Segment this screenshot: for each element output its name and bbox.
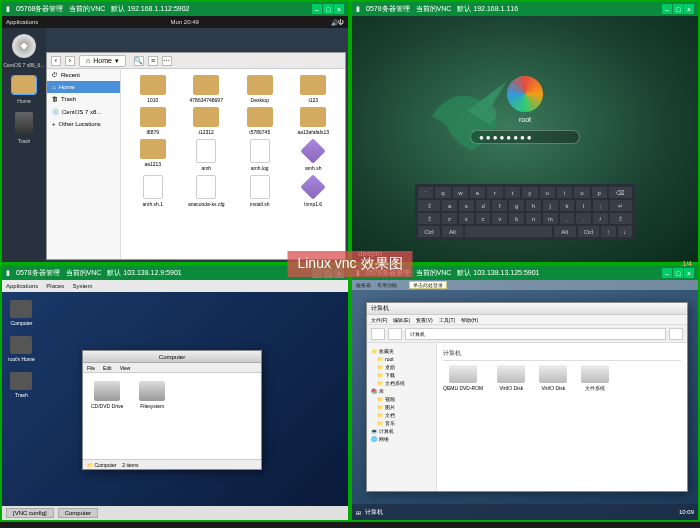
help-menu[interactable]: 帮助(H) [461, 317, 478, 323]
key-⇧[interactable]: ⇧ [418, 213, 440, 224]
gnome2-desktop[interactable]: Applications Places System Computer root… [2, 280, 348, 520]
key-q[interactable]: q [435, 187, 450, 198]
file-item[interactable]: amh [181, 139, 233, 171]
nav-docs-sys[interactable]: 📁文档系统 [369, 379, 434, 387]
file-item[interactable]: t5786745 [234, 107, 286, 135]
nav-desktop[interactable]: 📁桌面 [369, 363, 434, 371]
minimize-button[interactable]: – [662, 4, 672, 14]
key-↵[interactable]: ↵ [610, 200, 632, 211]
power-icon[interactable]: ⏻ [338, 19, 344, 25]
key-space[interactable] [465, 226, 552, 237]
view-menu[interactable]: 查看(V) [416, 317, 433, 323]
login-notice[interactable]: 单击此处登录 [409, 281, 447, 289]
sidebar-recent[interactable]: ⏱ Recent [47, 69, 120, 81]
key-f[interactable]: f [492, 200, 507, 211]
refresh-button[interactable] [669, 328, 683, 340]
key-o[interactable]: o [574, 187, 589, 198]
minimize-button[interactable]: – [312, 4, 322, 14]
key-`[interactable]: ` [418, 187, 433, 198]
drive-virtio-2[interactable]: VirtIO Disk [539, 365, 567, 391]
key-i[interactable]: i [557, 187, 572, 198]
sidebar-trash[interactable]: 🗑 Trash [47, 93, 120, 105]
sidebar-other[interactable]: + Other Locations [47, 118, 120, 130]
back-button[interactable]: ‹ [51, 56, 61, 66]
menu-button[interactable]: ⋯ [162, 56, 172, 66]
file-item[interactable]: 478634748697 [181, 75, 233, 103]
applications-menu[interactable]: Applications [6, 19, 38, 25]
task-vncconfig[interactable]: [VNC config] [6, 508, 54, 518]
close-button[interactable]: × [334, 4, 344, 14]
nav-pictures[interactable]: 📁图片 [369, 403, 434, 411]
key-↑[interactable]: ↑ [601, 226, 615, 237]
task-explorer[interactable]: 计算机 [365, 508, 383, 517]
task-computer[interactable]: Computer [58, 508, 98, 518]
vnc-titlebar[interactable]: ▮ 05768务器管理 当前的VNC 默认 192.168.1.112:5902… [2, 2, 348, 16]
maximize-button[interactable]: □ [673, 4, 683, 14]
key-t[interactable]: t [505, 187, 520, 198]
computer-icon[interactable]: Computer [8, 300, 35, 326]
minimize-button[interactable]: – [662, 268, 672, 278]
key-⌫[interactable]: ⌫ [609, 187, 632, 198]
windows-desktop[interactable]: 服务器 常用功能 单击此处登录 计算机 文件(F) 编辑(E) 查看(V) 工具… [352, 280, 698, 520]
forward-button[interactable] [388, 328, 402, 340]
file-menu[interactable]: 文件(F) [371, 317, 387, 323]
key-w[interactable]: w [453, 187, 468, 198]
nav-downloads[interactable]: 📁下载 [369, 371, 434, 379]
key-j[interactable]: j [543, 200, 558, 211]
tools-menu[interactable]: 工具(T) [439, 317, 455, 323]
key-c[interactable]: c [476, 213, 491, 224]
file-menu[interactable]: File [87, 365, 95, 371]
nav-computer[interactable]: 💻计算机 [369, 427, 434, 435]
key-v[interactable]: v [492, 213, 507, 224]
maximize-button[interactable]: □ [673, 268, 683, 278]
gnome-desktop[interactable]: Applications Mon 20:49 🔊 ⏻ CentOS 7 x86_… [2, 16, 348, 262]
sidebar-centos[interactable]: 💿 CentOS 7 x8... [47, 105, 120, 118]
nav-root[interactable]: 📁root [369, 355, 434, 363]
search-button[interactable]: 🔍 [134, 56, 144, 66]
forward-button[interactable]: › [65, 56, 75, 66]
file-item[interactable]: t8879 [127, 107, 179, 135]
file-item[interactable]: install.sh [234, 175, 286, 207]
file-item[interactable]: Desktop [234, 75, 286, 103]
edit-menu[interactable]: Edit [103, 365, 112, 371]
window-body[interactable]: CD/DVD Drive Filesystem [83, 373, 261, 459]
key-Alt[interactable]: Alt [442, 226, 464, 237]
nav-music[interactable]: 📁音乐 [369, 419, 434, 427]
maximize-button[interactable]: □ [323, 4, 333, 14]
key-m[interactable]: m [543, 213, 558, 224]
key-Alt[interactable]: Alt [554, 226, 576, 237]
key-;[interactable]: ; [593, 200, 608, 211]
key-/[interactable]: / [593, 213, 608, 224]
key-p[interactable]: p [592, 187, 607, 198]
applications-menu[interactable]: Applications [6, 283, 38, 289]
home-icon[interactable]: root's Home [8, 336, 35, 362]
password-input[interactable]: ●●●●●●●● [470, 130, 580, 144]
address-bar[interactable]: 计算机 [405, 328, 666, 340]
close-button[interactable]: × [684, 268, 694, 278]
nav-favorites[interactable]: ⭐收藏夹 [369, 347, 434, 355]
cddvd-drive[interactable]: CD/DVD Drive [91, 381, 123, 451]
drive-qemu-dvd[interactable]: QEMU DVD-ROM [443, 365, 483, 391]
system-menu[interactable]: System [72, 283, 92, 289]
key-h[interactable]: h [526, 200, 541, 211]
key-⇪[interactable]: ⇪ [418, 200, 440, 211]
deepin-lockscreen[interactable]: root ●●●●●●●● `qwertyuiop⌫⇪asdfghjkl;↵⇧z… [352, 16, 698, 262]
key-x[interactable]: x [459, 213, 474, 224]
file-item[interactable]: amh.sh.1 [127, 175, 179, 207]
trash-icon[interactable] [15, 112, 33, 134]
filesystem-drive[interactable]: Filesystem [139, 381, 165, 451]
key-n[interactable]: n [526, 213, 541, 224]
key-s[interactable]: s [459, 200, 474, 211]
breadcrumb-home[interactable]: ⌂Home▾ [79, 55, 126, 67]
edit-menu[interactable]: 编辑(E) [393, 317, 410, 323]
window-title[interactable]: Computer [83, 351, 261, 363]
key-⇧[interactable]: ⇧ [610, 213, 632, 224]
key-k[interactable]: k [560, 200, 575, 211]
key-Ctrl[interactable]: Ctrl [578, 226, 600, 237]
start-button[interactable]: ⊞ [356, 509, 361, 516]
explorer-main[interactable]: 计算机 QEMU DVD-ROM VirtIO Disk VirtIO Disk… [437, 343, 687, 491]
cd-icon[interactable] [12, 34, 36, 58]
menu-server[interactable]: 服务器 [356, 282, 371, 288]
key-d[interactable]: d [476, 200, 491, 211]
clock[interactable]: Mon 20:49 [171, 19, 199, 25]
